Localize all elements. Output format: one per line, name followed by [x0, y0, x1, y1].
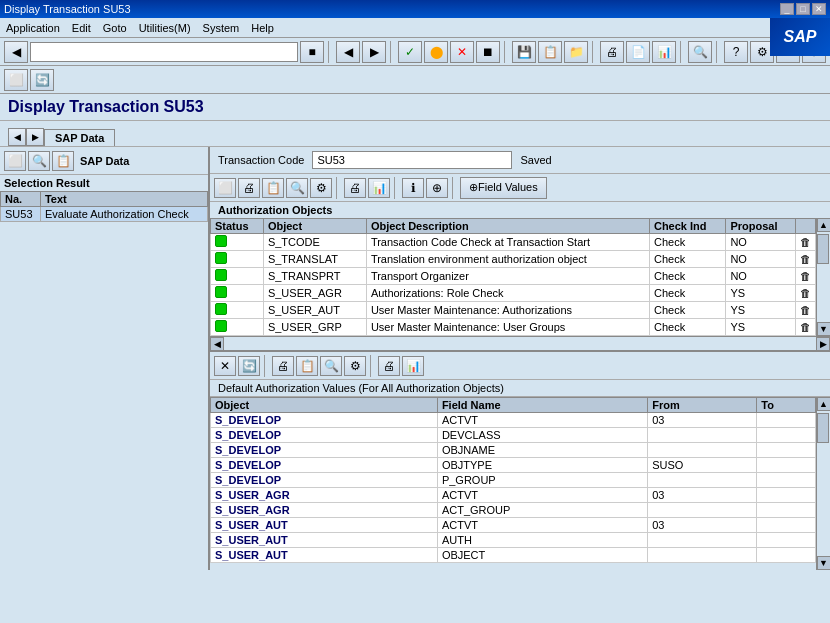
auth-table-row[interactable]: S_TRANSLAT Translation environment autho…: [211, 251, 816, 268]
tb2-btn1[interactable]: ⬜: [4, 69, 28, 91]
rt-btn5[interactable]: ⚙: [310, 178, 332, 198]
tb2-btn2[interactable]: 🔄: [30, 69, 54, 91]
auth-scrollbar-v[interactable]: ▲ ▼: [816, 218, 830, 336]
auth-action-icon[interactable]: 🗑: [796, 234, 816, 251]
bt-btn6[interactable]: ⚙: [344, 356, 366, 376]
bt-btn8[interactable]: 📊: [402, 356, 424, 376]
auth-status: [211, 268, 264, 285]
def-scroll-up[interactable]: ▲: [817, 397, 831, 411]
auth-section-label: Authorization Objects: [210, 202, 830, 218]
btn-s2[interactable]: 📋: [538, 41, 562, 63]
btn-yellow[interactable]: ⬤: [424, 41, 448, 63]
auth-table-row[interactable]: S_USER_GRP User Master Maintenance: User…: [211, 319, 816, 336]
tab-sap-data[interactable]: SAP Data: [44, 129, 115, 146]
scroll-left[interactable]: ◀: [210, 337, 224, 351]
bt-btn1[interactable]: ✕: [214, 356, 236, 376]
close-btn[interactable]: ✕: [812, 3, 826, 15]
auth-action-icon[interactable]: 🗑: [796, 285, 816, 302]
txn-input[interactable]: [312, 151, 512, 169]
bt-btn7[interactable]: 🖨: [378, 356, 400, 376]
status-indicator: [215, 320, 227, 332]
field-values-button[interactable]: ⊕Field Values: [460, 177, 547, 199]
menu-goto[interactable]: Goto: [101, 22, 129, 34]
bt-btn3[interactable]: 🖨: [272, 356, 294, 376]
btn-p2[interactable]: 📄: [626, 41, 650, 63]
auth-table-row[interactable]: S_USER_AGR Authorizations: Role Check Ch…: [211, 285, 816, 302]
minimize-btn[interactable]: _: [780, 3, 794, 15]
btn-red[interactable]: ✕: [450, 41, 474, 63]
btn-stop[interactable]: ⏹: [476, 41, 500, 63]
scroll-right[interactable]: ▶: [816, 337, 830, 351]
addr-btn1[interactable]: ■: [300, 41, 324, 63]
bt-btn4[interactable]: 📋: [296, 356, 318, 376]
left-toolbar: ⬜ 🔍 📋 SAP Data: [0, 147, 208, 175]
scroll-down[interactable]: ▼: [817, 322, 831, 336]
btn-s3[interactable]: 📁: [564, 41, 588, 63]
menu-edit[interactable]: Edit: [70, 22, 93, 34]
sel-table-row[interactable]: SU53Evaluate Authorization Check: [1, 207, 208, 222]
btn-green[interactable]: ✓: [398, 41, 422, 63]
menu-help[interactable]: Help: [249, 22, 276, 34]
def-auth-table-row[interactable]: S_USER_AUT AUTH: [211, 533, 816, 548]
rt-btn4[interactable]: 🔍: [286, 178, 308, 198]
def-auth-table-row[interactable]: S_DEVELOP OBJTYPE SUSO: [211, 458, 816, 473]
btn-help[interactable]: ?: [724, 41, 748, 63]
bt-btn5[interactable]: 🔍: [320, 356, 342, 376]
nav-back[interactable]: ◀: [336, 41, 360, 63]
menu-system[interactable]: System: [201, 22, 242, 34]
rt-btn1[interactable]: ⬜: [214, 178, 236, 198]
auth-description: Transport Organizer: [366, 268, 649, 285]
def-auth-table-row[interactable]: S_DEVELOP OBJNAME: [211, 443, 816, 458]
previous-btn[interactable]: ◀: [4, 41, 28, 63]
rt-btn9[interactable]: ⊕: [426, 178, 448, 198]
def-scroll-thumb[interactable]: [817, 413, 829, 443]
auth-col-desc: Object Description: [366, 219, 649, 234]
rt-btn3[interactable]: 📋: [262, 178, 284, 198]
auth-action-icon[interactable]: 🗑: [796, 251, 816, 268]
btn-filter[interactable]: 🔍: [688, 41, 712, 63]
btn-save[interactable]: 💾: [512, 41, 536, 63]
menu-application[interactable]: Application: [4, 22, 62, 34]
scroll-thumb[interactable]: [817, 234, 829, 264]
auth-action-icon[interactable]: 🗑: [796, 268, 816, 285]
right-arrow-btn[interactable]: ▶: [26, 128, 44, 146]
nav-fwd[interactable]: ▶: [362, 41, 386, 63]
sep1: [328, 41, 332, 63]
menu-utilities[interactable]: Utilities(M): [137, 22, 193, 34]
def-auth-table-row[interactable]: S_USER_AUT ACTVT 03: [211, 518, 816, 533]
def-auth-table-row[interactable]: S_DEVELOP DEVCLASS: [211, 428, 816, 443]
auth-table-row[interactable]: S_TRANSPRT Transport Organizer Check NO …: [211, 268, 816, 285]
def-auth-table-row[interactable]: S_USER_AGR ACT_GROUP: [211, 503, 816, 518]
rt-btn2[interactable]: 🖨: [238, 178, 260, 198]
left-tb-btn2[interactable]: 🔍: [28, 151, 50, 171]
def-auth-table-row[interactable]: S_USER_AGR ACTVT 03: [211, 488, 816, 503]
auth-object: S_USER_AUT: [263, 302, 366, 319]
left-tb-btn1[interactable]: ⬜: [4, 151, 26, 171]
rt-btn8[interactable]: ℹ: [402, 178, 424, 198]
auth-table-row[interactable]: S_USER_AUT User Master Maintenance: Auth…: [211, 302, 816, 319]
auth-action-icon[interactable]: 🗑: [796, 319, 816, 336]
def-auth-table-row[interactable]: S_USER_AUT OBJECT: [211, 548, 816, 563]
rt-btn6[interactable]: 🖨: [344, 178, 366, 198]
btn-print[interactable]: 🖨: [600, 41, 624, 63]
def-auth-table-row[interactable]: S_DEVELOP P_GROUP: [211, 473, 816, 488]
left-tb-btn3[interactable]: 📋: [52, 151, 74, 171]
maximize-btn[interactable]: □: [796, 3, 810, 15]
def-scroll-down[interactable]: ▼: [817, 556, 831, 570]
auth-proposal: NO: [726, 268, 796, 285]
btn-p3[interactable]: 📊: [652, 41, 676, 63]
scroll-up[interactable]: ▲: [817, 218, 831, 232]
def-from: [648, 443, 757, 458]
left-arrow-btn[interactable]: ◀: [8, 128, 26, 146]
auth-scrollbar-h[interactable]: ◀ ▶: [210, 336, 830, 350]
auth-table-row[interactable]: S_TCODE Transaction Code Check at Transa…: [211, 234, 816, 251]
rt-btn7[interactable]: 📊: [368, 178, 390, 198]
def-scroll-track: [817, 411, 831, 556]
auth-check-ind: Check: [649, 251, 725, 268]
address-input[interactable]: [30, 42, 298, 62]
auth-action-icon[interactable]: 🗑: [796, 302, 816, 319]
page-title: Display Transaction SU53: [0, 94, 830, 121]
def-auth-table-row[interactable]: S_DEVELOP ACTVT 03: [211, 413, 816, 428]
def-auth-scrollbar-v[interactable]: ▲ ▼: [816, 397, 830, 570]
bt-btn2[interactable]: 🔄: [238, 356, 260, 376]
